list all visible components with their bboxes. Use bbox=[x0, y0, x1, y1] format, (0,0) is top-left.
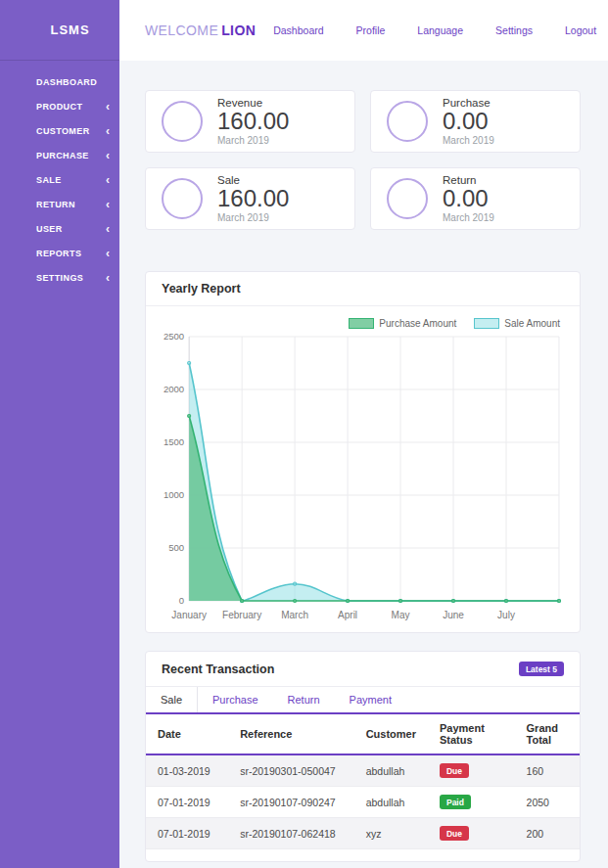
yearly-report-panel: Yearly Report Purchase AmountSale Amount… bbox=[145, 271, 581, 633]
recent-transactions-title: Recent Transaction bbox=[162, 662, 274, 676]
logout-icon bbox=[547, 25, 561, 36]
nav-item-dashboard[interactable]: Dashboard bbox=[256, 24, 323, 36]
tab-purchase[interactable]: Purchase bbox=[198, 687, 272, 712]
card-value: 160.00 bbox=[217, 186, 289, 211]
chevron-left-icon: ‹ bbox=[106, 248, 110, 259]
table-row: 01-03-2019sr-20190301-050047abdullahDue1… bbox=[146, 754, 580, 787]
content: Revenue 160.00 March 2019 Purchase 0.00 … bbox=[119, 61, 608, 868]
sidebar-item-settings[interactable]: SETTINGS ‹ bbox=[0, 265, 119, 290]
main-area: WELCOMELION Dashboard Profile Language S… bbox=[119, 0, 608, 868]
sidebar-item-purchase[interactable]: PURCHASE ‹ bbox=[0, 143, 119, 167]
legend-item[interactable]: Sale Amount bbox=[474, 318, 560, 329]
summary-card-revenue: Revenue 160.00 March 2019 bbox=[145, 90, 355, 153]
chevron-left-icon: ‹ bbox=[106, 101, 110, 113]
nav-item-logout[interactable]: Logout bbox=[547, 24, 596, 36]
recent-transactions-header: Recent Transaction Latest 5 bbox=[146, 652, 580, 687]
chevron-left-icon: ‹ bbox=[106, 223, 110, 235]
svg-text:500: 500 bbox=[168, 542, 184, 553]
top-navigation: Dashboard Profile Language Settings Logo… bbox=[256, 24, 596, 36]
recent-transactions-panel: Recent Transaction Latest 5 SalePurchase… bbox=[145, 651, 581, 862]
table-header-row: DateReferenceCustomerPayment StatusGrand… bbox=[146, 713, 580, 754]
register-icon bbox=[15, 173, 28, 187]
card-title: Return bbox=[443, 174, 494, 186]
language-icon bbox=[399, 25, 413, 36]
sidebar-item-user[interactable]: USER ‹ bbox=[0, 216, 119, 241]
sidebar-item-product[interactable]: PRODUCT ‹ bbox=[0, 94, 119, 118]
tab-sale[interactable]: Sale bbox=[146, 687, 198, 712]
tab-return[interactable]: Return bbox=[273, 687, 335, 712]
svg-text:1500: 1500 bbox=[164, 436, 184, 447]
chevron-left-icon: ‹ bbox=[106, 199, 110, 210]
payment-status-badge: Due bbox=[440, 826, 469, 841]
app-logo[interactable]: LSMS bbox=[0, 0, 119, 61]
nav-item-label: Logout bbox=[565, 24, 596, 36]
nav-item-language[interactable]: Language bbox=[399, 24, 463, 36]
chevron-left-icon: ‹ bbox=[106, 272, 110, 284]
sidebar-item-sale[interactable]: SALE ‹ bbox=[0, 167, 119, 192]
sidebar-item-label: DASHBOARD bbox=[36, 77, 97, 87]
card-period: March 2019 bbox=[217, 212, 289, 223]
svg-text:2000: 2000 bbox=[164, 384, 184, 394]
gear-icon bbox=[478, 25, 491, 36]
card-period: March 2019 bbox=[443, 212, 494, 223]
sidebar-item-label: RETURN bbox=[36, 200, 75, 209]
welcome-message: WELCOMELION bbox=[145, 23, 256, 38]
card-title: Revenue bbox=[217, 97, 289, 109]
svg-text:June: June bbox=[443, 610, 464, 620]
card-period: March 2019 bbox=[443, 135, 494, 146]
legend-swatch bbox=[349, 318, 374, 329]
gear-icon bbox=[15, 271, 28, 285]
yearly-report-title: Yearly Report bbox=[162, 282, 241, 296]
svg-text:1000: 1000 bbox=[164, 489, 184, 500]
card-value: 160.00 bbox=[217, 109, 289, 134]
sidebar-item-return[interactable]: RETURN ‹ bbox=[0, 192, 119, 216]
nav-item-profile[interactable]: Profile bbox=[339, 24, 386, 36]
nav-item-label: Profile bbox=[356, 24, 386, 36]
home-icon bbox=[15, 75, 28, 89]
chart-area: Purchase AmountSale Amount 0500100015002… bbox=[146, 306, 580, 632]
invoice-icon bbox=[15, 149, 28, 162]
card-title: Sale bbox=[217, 174, 289, 186]
sidebar-item-label: USER bbox=[36, 224, 63, 234]
legend-swatch bbox=[474, 318, 499, 329]
sidebar-item-label: PURCHASE bbox=[36, 151, 89, 160]
table-bottom-padding bbox=[146, 849, 580, 861]
svg-text:2500: 2500 bbox=[164, 331, 184, 342]
chart-legend: Purchase AmountSale Amount bbox=[158, 318, 560, 329]
sidebar-item-label: CUSTOMER bbox=[36, 126, 90, 136]
tab-payment[interactable]: Payment bbox=[335, 687, 406, 712]
sidebar-item-label: SALE bbox=[36, 175, 62, 185]
legend-label: Sale Amount bbox=[504, 318, 560, 329]
nav-item-label: Dashboard bbox=[273, 24, 323, 36]
sidebar-item-label: PRODUCT bbox=[36, 102, 82, 112]
payment-status-badge: Due bbox=[440, 763, 469, 778]
sidebar-item-reports[interactable]: REPORTS ‹ bbox=[0, 241, 119, 265]
latest-badge: Latest 5 bbox=[519, 662, 564, 676]
cube-icon bbox=[162, 178, 203, 219]
store-icon bbox=[29, 19, 43, 41]
column-header: Grand Total bbox=[515, 713, 580, 754]
nav-item-settings[interactable]: Settings bbox=[478, 24, 533, 36]
nav-item-label: Settings bbox=[495, 24, 533, 36]
legend-item[interactable]: Purchase Amount bbox=[349, 318, 456, 329]
column-header: Payment Status bbox=[428, 713, 515, 754]
sidebar-item-dashboard[interactable]: DASHBOARD bbox=[0, 69, 119, 94]
welcome-username: LION bbox=[221, 23, 256, 38]
money-icon bbox=[162, 101, 203, 142]
sidebar-item-label: REPORTS bbox=[36, 249, 81, 258]
column-header: Customer bbox=[354, 713, 428, 754]
customer-icon bbox=[15, 124, 28, 138]
sidebar-menu: DASHBOARD PRODUCT ‹ CUSTOMER ‹ PURCHASE … bbox=[0, 61, 119, 290]
card-value: 0.00 bbox=[443, 109, 494, 134]
sidebar-item-label: SETTINGS bbox=[36, 273, 83, 283]
svg-text:April: April bbox=[338, 610, 357, 620]
return-icon bbox=[387, 178, 428, 219]
app-name: LSMS bbox=[50, 23, 89, 37]
chevron-left-icon: ‹ bbox=[106, 174, 110, 186]
summary-card-sale: Sale 160.00 March 2019 bbox=[145, 167, 355, 230]
nav-item-label: Language bbox=[417, 24, 463, 36]
summary-card-purchase: Purchase 0.00 March 2019 bbox=[370, 90, 581, 153]
svg-text:May: May bbox=[392, 610, 410, 620]
table-row: 07-01-2019sr-20190107-090247abdullahPaid… bbox=[146, 787, 580, 818]
sidebar-item-customer[interactable]: CUSTOMER ‹ bbox=[0, 118, 119, 143]
